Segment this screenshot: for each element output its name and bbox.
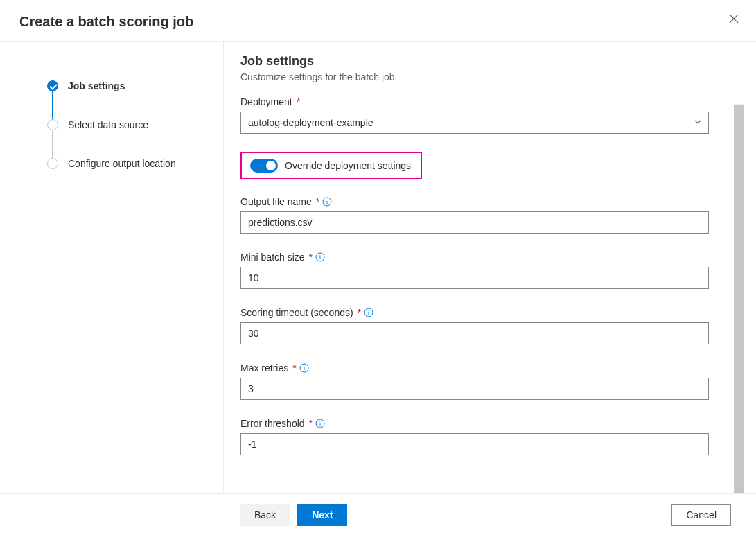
error-threshold-input[interactable] — [240, 433, 709, 455]
override-toggle-label: Override deployment settings — [285, 160, 411, 171]
dialog-title: Create a batch scoring job — [19, 14, 737, 30]
next-button[interactable]: Next — [297, 504, 347, 526]
info-icon[interactable]: i — [315, 419, 325, 428]
deployment-select[interactable] — [240, 112, 709, 134]
step-bullet-active-icon — [47, 80, 58, 91]
dialog-header: Create a batch scoring job — [0, 0, 756, 42]
info-icon[interactable]: i — [299, 363, 309, 373]
required-marker: * — [358, 307, 361, 318]
scrollbar-track[interactable] — [734, 104, 744, 493]
wizard-footer: Back Next Cancel — [0, 493, 756, 535]
deployment-label: Deployment — [240, 96, 292, 107]
main-form: Job settings Customize settings for the … — [223, 42, 756, 493]
max-retries-input[interactable] — [240, 378, 709, 400]
mini-batch-label: Mini batch size — [240, 252, 305, 263]
required-marker: * — [316, 196, 319, 207]
svg-text:i: i — [319, 254, 322, 261]
info-icon[interactable]: i — [364, 308, 373, 317]
step-bullet-icon — [47, 119, 58, 130]
cancel-button[interactable]: Cancel — [671, 504, 731, 526]
step-label: Job settings — [68, 80, 125, 91]
mini-batch-input[interactable] — [240, 267, 709, 289]
output-file-input[interactable] — [240, 211, 709, 234]
max-retries-field: Max retries * i — [240, 362, 731, 400]
error-threshold-field: Error threshold * i — [240, 418, 731, 455]
close-button[interactable] — [727, 12, 741, 26]
scrollbar-thumb[interactable] — [734, 105, 744, 493]
scoring-timeout-field: Scoring timeout (seconds) * i — [240, 307, 731, 344]
deployment-field: Deployment * — [240, 96, 731, 134]
override-settings-group: Override deployment settings — [240, 152, 422, 179]
section-subtitle: Customize settings for the batch job — [240, 71, 731, 82]
step-configure-output-location[interactable]: Configure output location — [47, 158, 209, 169]
required-marker: * — [292, 362, 296, 374]
wizard-steps: Job settings Select data source Configur… — [0, 42, 223, 493]
required-marker: * — [309, 252, 313, 263]
close-icon — [729, 14, 739, 24]
step-connector — [52, 130, 53, 158]
step-select-data-source[interactable]: Select data source — [47, 119, 209, 130]
step-connector — [52, 91, 53, 119]
svg-text:i: i — [319, 420, 322, 427]
back-button[interactable]: Back — [240, 504, 290, 526]
override-toggle[interactable] — [250, 159, 278, 173]
output-file-field: Output file name * i — [240, 196, 731, 234]
section-heading: Job settings — [240, 54, 731, 69]
info-icon[interactable]: i — [322, 197, 332, 207]
step-bullet-icon — [47, 158, 58, 169]
mini-batch-field: Mini batch size * i — [240, 252, 731, 289]
svg-text:i: i — [303, 365, 305, 371]
step-job-settings[interactable]: Job settings — [47, 80, 209, 91]
required-marker: * — [309, 418, 313, 429]
svg-text:i: i — [326, 198, 328, 205]
step-label: Configure output location — [68, 158, 176, 169]
max-retries-label: Max retries — [240, 362, 288, 374]
scoring-timeout-input[interactable] — [240, 322, 709, 344]
step-label: Select data source — [68, 119, 148, 130]
svg-text:i: i — [368, 309, 370, 316]
error-threshold-label: Error threshold — [240, 418, 305, 429]
scoring-timeout-label: Scoring timeout (seconds) — [240, 307, 353, 318]
info-icon[interactable]: i — [315, 252, 325, 262]
output-file-label: Output file name — [240, 196, 312, 207]
required-marker: * — [297, 96, 300, 107]
